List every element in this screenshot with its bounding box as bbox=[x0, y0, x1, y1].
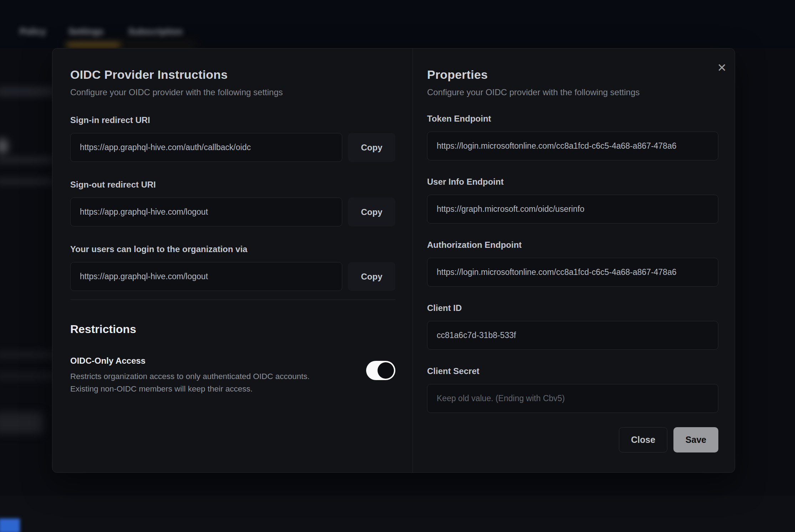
toggle-knob bbox=[378, 362, 394, 379]
token-endpoint-input[interactable] bbox=[427, 132, 718, 160]
tab-settings[interactable]: Settings bbox=[66, 25, 106, 38]
oidc-only-description-line1: Restricts organization access to only au… bbox=[70, 370, 355, 383]
signout-redirect-input[interactable] bbox=[70, 198, 342, 226]
restrictions-heading: Restrictions bbox=[70, 323, 395, 336]
signout-redirect-label: Sign-out redirect URI bbox=[70, 180, 395, 190]
background-blurred-dot bbox=[0, 138, 8, 154]
oidc-only-access-toggle[interactable] bbox=[366, 361, 395, 380]
authorization-endpoint-input[interactable] bbox=[427, 258, 718, 287]
oidc-only-access-row: OIDC-Only Access Restricts organization … bbox=[70, 356, 395, 395]
signin-redirect-label: Sign-in redirect URI bbox=[70, 115, 395, 125]
oidc-only-description-line2: Existing non-OIDC members will keep thei… bbox=[70, 383, 355, 395]
properties-title: Properties bbox=[427, 68, 718, 82]
login-via-field: Your users can login to the organization… bbox=[70, 244, 395, 291]
userinfo-endpoint-field: User Info Endpoint bbox=[427, 177, 718, 224]
background-blurred-text bbox=[0, 178, 53, 185]
userinfo-endpoint-input[interactable] bbox=[427, 195, 718, 224]
section-divider bbox=[70, 300, 395, 300]
signout-redirect-field: Sign-out redirect URI Copy bbox=[70, 180, 395, 226]
login-via-input[interactable] bbox=[70, 262, 342, 291]
client-secret-field: Client Secret bbox=[427, 366, 718, 413]
page-bottom-band bbox=[0, 496, 795, 532]
client-id-input[interactable] bbox=[427, 321, 718, 350]
client-id-label: Client ID bbox=[427, 303, 718, 313]
background-blurred-text bbox=[0, 372, 59, 380]
signin-redirect-input[interactable] bbox=[70, 133, 342, 162]
save-button[interactable]: Save bbox=[673, 427, 718, 452]
client-id-field: Client ID bbox=[427, 303, 718, 350]
oidc-only-access-title: OIDC-Only Access bbox=[70, 356, 355, 366]
modal-actions: Close Save bbox=[427, 427, 718, 452]
active-tab-underline-glow bbox=[75, 45, 196, 47]
properties-panel: ✕ Properties Configure your OIDC provide… bbox=[413, 48, 735, 472]
signout-copy-button[interactable]: Copy bbox=[348, 198, 395, 226]
background-corner-accent bbox=[0, 518, 20, 532]
tab-policy[interactable]: Policy bbox=[19, 25, 47, 38]
token-endpoint-label: Token Endpoint bbox=[427, 114, 718, 124]
tab-subscription[interactable]: Subscription bbox=[127, 25, 184, 38]
background-blurred-button bbox=[0, 412, 43, 434]
oidc-settings-modal: OIDC Provider Instructions Configure you… bbox=[52, 48, 735, 473]
signin-redirect-field: Sign-in redirect URI Copy bbox=[70, 115, 395, 162]
authorization-endpoint-field: Authorization Endpoint bbox=[427, 240, 718, 287]
instructions-subtitle: Configure your OIDC provider with the fo… bbox=[70, 87, 395, 97]
properties-subtitle: Configure your OIDC provider with the fo… bbox=[427, 87, 718, 97]
instructions-title: OIDC Provider Instructions bbox=[70, 68, 395, 82]
client-secret-label: Client Secret bbox=[427, 366, 718, 376]
client-secret-input[interactable] bbox=[427, 384, 718, 413]
instructions-panel: OIDC Provider Instructions Configure you… bbox=[52, 48, 412, 472]
login-via-copy-button[interactable]: Copy bbox=[348, 262, 395, 291]
background-blurred-text bbox=[0, 87, 55, 96]
background-blurred-text bbox=[0, 156, 53, 164]
close-button[interactable]: Close bbox=[619, 427, 667, 452]
page-top-strip bbox=[0, 0, 795, 48]
userinfo-endpoint-label: User Info Endpoint bbox=[427, 177, 718, 187]
authorization-endpoint-label: Authorization Endpoint bbox=[427, 240, 718, 250]
login-via-label: Your users can login to the organization… bbox=[70, 244, 395, 254]
close-icon[interactable]: ✕ bbox=[712, 58, 732, 78]
background-blurred-text bbox=[0, 351, 59, 359]
signin-copy-button[interactable]: Copy bbox=[348, 133, 395, 162]
token-endpoint-field: Token Endpoint bbox=[427, 114, 718, 160]
